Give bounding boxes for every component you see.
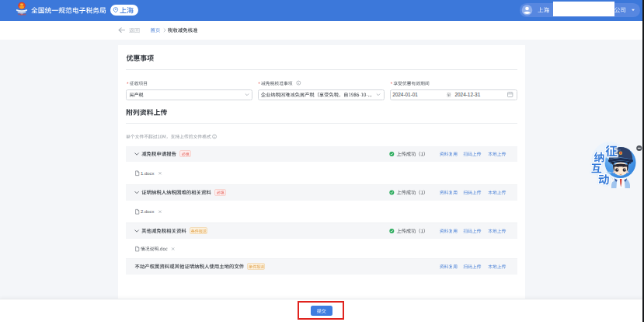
svg-text:2.docx: 2.docx — [141, 209, 154, 214]
svg-text:1.docx: 1.docx — [141, 171, 154, 176]
svg-text:2024-12-31: 2024-12-31 — [455, 92, 481, 97]
svg-text:2024-01-01: 2024-01-01 — [392, 92, 418, 97]
